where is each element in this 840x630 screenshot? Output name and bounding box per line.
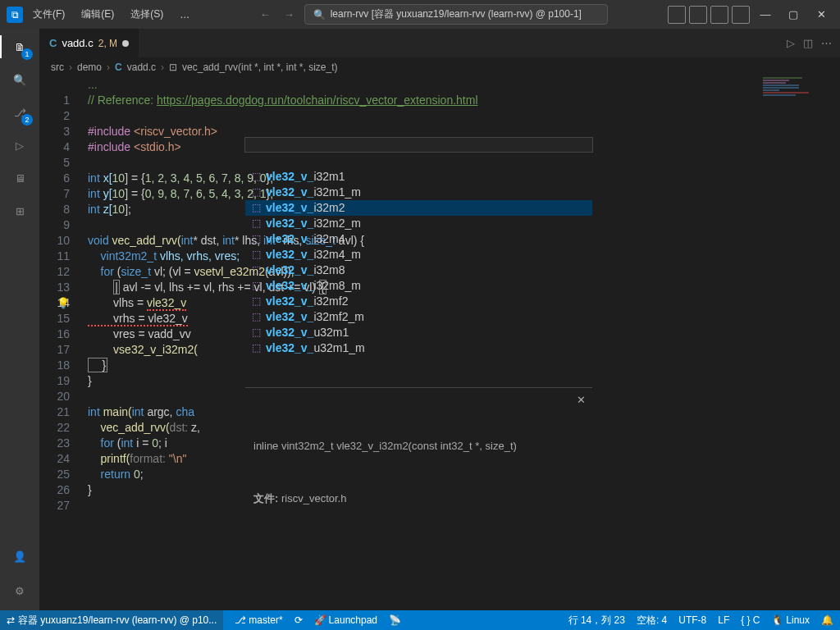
close-icon[interactable]: ✕: [809, 2, 833, 27]
cursor-pos[interactable]: 行 14，列 23: [568, 614, 625, 628]
minimize-icon[interactable]: —: [753, 2, 778, 27]
cube-icon: ⬚: [252, 216, 261, 231]
bell-icon[interactable]: 🔔: [821, 614, 833, 628]
split-icon[interactable]: ◫: [803, 37, 813, 49]
nav-back-icon[interactable]: ←: [257, 8, 274, 21]
suggest-item[interactable]: ⬚vle32_v_i32m8: [245, 262, 592, 278]
titlebar: ⧉ 文件(F) 编辑(E) 选择(S) … ← → 🔍 learn-rvv [容…: [0, 0, 840, 29]
encoding[interactable]: UTF-8: [678, 614, 706, 628]
editor[interactable]: 1234567891011121314151617181920212223242…: [39, 77, 840, 610]
suggest-item[interactable]: ⬚vle32_v_i32m1: [245, 169, 592, 185]
maximize-icon[interactable]: ▢: [781, 2, 806, 27]
launchpad[interactable]: 🚀 Launchpad: [314, 614, 377, 626]
suggest-item[interactable]: ⬚vle32_v_i32m8_m: [245, 278, 592, 294]
command-center[interactable]: 🔍 learn-rvv [容器 yuxuanz19/learn-rvv (lea…: [304, 4, 608, 25]
suggest-item[interactable]: ⬚vle32_v_i32m1_m: [245, 185, 592, 200]
suggest-item[interactable]: ⬚vle32_v_i32m4_m: [245, 247, 592, 262]
function-icon: ⊡: [169, 62, 177, 73]
cube-icon: ⬚: [252, 247, 261, 262]
cube-icon: ⬚: [252, 185, 261, 200]
layout-icon[interactable]: [668, 6, 686, 24]
scm-icon[interactable]: ⎇2: [8, 101, 31, 124]
lang-c[interactable]: { } C: [741, 614, 760, 628]
layout-icon[interactable]: [710, 6, 728, 24]
layout-icon[interactable]: [732, 6, 750, 24]
os[interactable]: 🐧 Linux: [771, 614, 810, 628]
cube-icon: ⬚: [252, 294, 261, 309]
close-icon[interactable]: ✕: [577, 393, 586, 408]
c-file-icon: C: [49, 37, 57, 49]
extensions-icon[interactable]: ⊞: [8, 199, 31, 222]
branch-indicator[interactable]: ⎇ master*: [235, 614, 282, 626]
debug-icon[interactable]: ▷: [8, 134, 31, 157]
cube-icon: ⬚: [252, 262, 261, 278]
status-bar: ⇄容器 yuxuanz19/learn-rvv (learn-rvv) @ p1…: [0, 610, 840, 630]
suggest-item[interactable]: ⬚vle32_v_i32mf2: [245, 294, 592, 309]
cube-icon: ⬚: [252, 278, 261, 294]
search-icon: 🔍: [313, 9, 326, 21]
cube-icon: ⬚: [252, 340, 261, 356]
cube-icon: ⬚: [252, 231, 261, 247]
minimap[interactable]: [763, 77, 829, 143]
menu-more[interactable]: …: [173, 7, 196, 22]
suggest-item[interactable]: ⬚vle32_v_i32mf2_m: [245, 309, 592, 325]
tab-bar: C vadd.c 2, M ▷ ◫ ⋯: [39, 29, 840, 57]
sync-icon[interactable]: ⟳: [294, 614, 303, 626]
indent[interactable]: 空格: 4: [637, 614, 667, 628]
code-content[interactable]: ... // Reference: https://pages.dogdog.r…: [84, 77, 840, 610]
tab-vadd[interactable]: C vadd.c 2, M: [39, 29, 139, 57]
explorer-icon[interactable]: 🗎1: [8, 35, 31, 58]
lightbulb-icon[interactable]: 💡: [57, 295, 70, 311]
remote-icon: ⇄: [7, 614, 15, 626]
c-file-icon: C: [115, 62, 122, 73]
search-activity-icon[interactable]: 🔍: [8, 68, 31, 91]
cube-icon: ⬚: [252, 169, 261, 185]
cube-icon: ⬚: [252, 325, 261, 340]
suggest-item[interactable]: ⬚vle32_v_u32m1_m: [245, 340, 592, 356]
menu-edit[interactable]: 编辑(E): [75, 6, 121, 23]
cube-icon: ⬚: [252, 200, 261, 216]
suggest-item[interactable]: ⬚vle32_v_i32m4: [245, 231, 592, 247]
cube-icon: ⬚: [252, 309, 261, 325]
suggest-item[interactable]: ⬚vle32_v_u32m1: [245, 325, 592, 340]
remote-icon[interactable]: 🖥: [8, 167, 31, 189]
activity-bar: 🗎1 🔍 ⎇2 ▷ 🖥 ⊞ 👤 ⚙: [0, 29, 39, 610]
more-icon[interactable]: ⋯: [821, 37, 832, 49]
live-share-icon[interactable]: 📡: [389, 614, 401, 626]
eol[interactable]: LF: [718, 614, 729, 628]
remote-indicator[interactable]: ⇄容器 yuxuanz19/learn-rvv (learn-rvv) @ p1…: [0, 610, 223, 630]
settings-icon[interactable]: ⚙: [8, 579, 31, 602]
app-icon: ⧉: [7, 7, 23, 23]
dirty-icon: [122, 40, 129, 47]
suggest-item[interactable]: ⬚vle32_v_i32m2: [245, 200, 592, 216]
layout-icon[interactable]: [689, 6, 707, 24]
menu-file[interactable]: 文件(F): [26, 6, 71, 23]
run-icon[interactable]: ▷: [787, 37, 795, 49]
suggest-widget[interactable]: ⬚vle32_v_i32m1⬚vle32_v_i32m1_m⬚vle32_v_i…: [244, 137, 593, 153]
menu-select[interactable]: 选择(S): [124, 6, 170, 23]
line-numbers: 1234567891011121314151617181920212223242…: [39, 77, 84, 610]
account-icon[interactable]: 👤: [8, 545, 31, 568]
breadcrumb[interactable]: src› demo› C vadd.c› ⊡ vec_add_rvv(int *…: [39, 57, 840, 77]
search-text: learn-rvv [容器 yuxuanz19/learn-rvv (learn…: [331, 7, 582, 21]
nav-forward-icon[interactable]: →: [281, 8, 298, 21]
suggest-item[interactable]: ⬚vle32_v_i32m2_m: [245, 216, 592, 231]
suggest-detail: ✕ inline vint32m2_t vle32_v_i32m2(const …: [245, 387, 592, 542]
